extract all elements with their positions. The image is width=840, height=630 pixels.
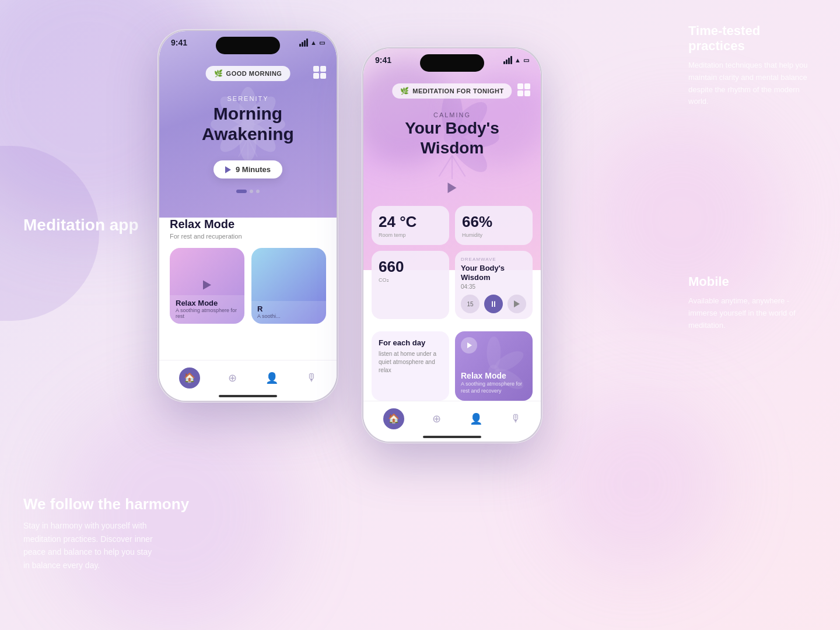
humidity-label: Humidity xyxy=(462,232,526,238)
practices-heading: Time-tested practices xyxy=(688,23,817,54)
dot-2 xyxy=(250,190,253,193)
home-icon-1: 🏠 xyxy=(179,368,200,388)
nav-user-2[interactable]: 👤 xyxy=(470,412,482,425)
pause-icon: ⏸ xyxy=(489,299,498,309)
mode-card-title-1: Relax Mode xyxy=(176,299,239,307)
rewind-icon: 15 xyxy=(467,301,473,307)
meditation-category-1: SERENITY xyxy=(159,95,337,102)
nav-mic-2[interactable]: 🎙 xyxy=(510,412,521,425)
mode-card-2[interactable]: R A soothi... xyxy=(251,248,326,324)
humidity-value: 66% xyxy=(462,213,526,231)
mode-card-bottom-2: R A soothi... xyxy=(251,301,326,324)
mode-card-bottom-1: Relax Mode A soothing atmosphere for res… xyxy=(170,295,244,324)
dot-1 xyxy=(236,190,247,193)
dynamic-island-1 xyxy=(216,37,280,54)
stat-card-temp: 24 °C Room temp xyxy=(372,206,449,245)
player-controls: 15 ⏸ xyxy=(461,295,527,313)
dot-3 xyxy=(256,190,260,193)
home-indicator-1 xyxy=(219,395,277,397)
nav-layers-1[interactable]: ⊕ xyxy=(228,372,237,384)
app-label: Meditation app xyxy=(23,216,139,235)
nav-home-1[interactable]: 🏠 xyxy=(179,368,200,388)
mode-card-sub-1: A soothing atmosphere for rest xyxy=(176,307,239,319)
pill-text-1: GOOD MORNING xyxy=(226,70,282,77)
everyday-card[interactable]: For each day listen at home under a quie… xyxy=(372,331,449,401)
mic-icon-2: 🎙 xyxy=(510,412,521,425)
mobile-heading: Mobile xyxy=(688,274,817,289)
forward-icon xyxy=(514,300,520,307)
battery-icon-2: ▭ xyxy=(523,57,529,64)
rewind-button[interactable]: 15 xyxy=(461,295,480,313)
phone-1: 9:41 ▲ ▭ 🌿 GOOD MORNING SERENITY xyxy=(158,29,338,402)
pill-header-1[interactable]: 🌿 GOOD MORNING xyxy=(206,66,290,81)
home-icon-2: 🏠 xyxy=(383,408,404,429)
user-icon-1: 👤 xyxy=(265,372,278,384)
stat-card-humidity: 66% Humidity xyxy=(455,206,533,245)
play-triangle-icon-1 xyxy=(225,166,231,173)
relax-flower-icon xyxy=(455,331,533,401)
everyday-text: listen at home under a quiet atmosphere … xyxy=(379,350,442,374)
layers-icon-2: ⊕ xyxy=(432,412,441,425)
battery-icon-1: ▭ xyxy=(319,39,325,47)
mode-card-relax[interactable]: Relax Mode A soothing atmosphere for res… xyxy=(170,248,244,324)
bg-blob-4 xyxy=(548,397,723,572)
everyday-title: For each day xyxy=(379,338,442,347)
co2-label: CO₂ xyxy=(379,277,442,283)
stats-grid: 24 °C Room temp 66% Humidity 660 CO xyxy=(372,206,533,319)
mode-card-title-2: R xyxy=(257,304,320,313)
pill-text-2: MEDITATION FOR TONIGHT xyxy=(412,88,503,94)
nav-layers-2[interactable]: ⊕ xyxy=(432,412,441,425)
phone-2: 9:41 ▲ ▭ 🌿 MEDITATION FOR TONIGHT CA xyxy=(362,47,542,443)
temp-label: Room temp xyxy=(379,232,442,238)
pill-leaf-icon-2: 🌿 xyxy=(400,87,409,95)
wifi-icon-2: ▲ xyxy=(514,57,521,64)
p2-title: Your Body'sWisdom xyxy=(375,118,529,158)
co2-value: 660 xyxy=(379,258,442,276)
right-top-text: Time-tested practices Meditation techniq… xyxy=(688,23,817,108)
mic-icon-1: 🎙 xyxy=(306,372,317,384)
player-time: 04:35 xyxy=(461,284,527,290)
stat-card-co2: 660 CO₂ xyxy=(372,251,449,319)
harmony-body: Stay in harmony with yourself with medit… xyxy=(23,519,158,572)
nav-mic-1[interactable]: 🎙 xyxy=(306,372,317,384)
forward-button[interactable] xyxy=(508,295,526,313)
grid-menu-icon-2[interactable] xyxy=(517,83,530,96)
mode-subtitle-1: For rest and recuperation xyxy=(170,233,326,240)
mode-cards-1: Relax Mode A soothing atmosphere for res… xyxy=(170,248,326,324)
pill-header-2[interactable]: 🌿 MEDITATION FOR TONIGHT xyxy=(392,83,512,99)
relax-card-2[interactable]: Relax Mode A soothing atmosphere for res… xyxy=(455,331,533,401)
signal-icon-1 xyxy=(299,38,308,47)
card-play-icon-1 xyxy=(203,280,211,289)
mobile-body: Available anytime, anywhere - immerse yo… xyxy=(688,295,817,331)
left-bottom-text: We follow the harmony Stay in harmony wi… xyxy=(23,495,189,572)
phone-1-screen: 9:41 ▲ ▭ 🌿 GOOD MORNING SERENITY xyxy=(159,31,337,401)
p2-bottom-section: For each day listen at home under a quie… xyxy=(372,331,533,401)
play-label-1: 9 Minutes xyxy=(236,165,271,174)
phones-container: 9:41 ▲ ▭ 🌿 GOOD MORNING SERENITY xyxy=(158,29,542,443)
status-icons-2: ▲ ▭ xyxy=(503,56,529,64)
layers-icon-1: ⊕ xyxy=(228,372,237,384)
practices-body: Meditation techniques that help you main… xyxy=(688,60,817,108)
nav-user-1[interactable]: 👤 xyxy=(265,372,278,384)
status-time-2: 9:41 xyxy=(375,55,391,65)
pause-button[interactable]: ⏸ xyxy=(484,295,503,313)
player-label: Dreamwave xyxy=(461,257,527,262)
meditation-title-1: MorningAwakening xyxy=(159,104,337,144)
phone-2-screen: 9:41 ▲ ▭ 🌿 MEDITATION FOR TONIGHT CA xyxy=(363,48,541,442)
wifi-icon-1: ▲ xyxy=(310,39,317,46)
svg-line-17 xyxy=(439,156,453,177)
temp-value: 24 °C xyxy=(379,213,442,231)
user-icon-2: 👤 xyxy=(470,412,482,425)
p2-category: CALMING xyxy=(363,111,541,118)
player-title: Your Body'sWisdom xyxy=(461,264,527,282)
player-card: Dreamwave Your Body'sWisdom 04:35 15 ⏸ xyxy=(455,251,533,319)
dynamic-island-2 xyxy=(420,54,484,72)
p2-play-icon[interactable] xyxy=(448,183,457,193)
play-button-1[interactable]: 9 Minutes xyxy=(214,160,282,178)
status-icons-1: ▲ ▭ xyxy=(299,38,325,47)
nav-home-2[interactable]: 🏠 xyxy=(383,408,404,429)
harmony-heading: We follow the harmony xyxy=(23,495,189,513)
mode-card-sub-2: A soothi... xyxy=(257,313,320,319)
grid-menu-icon-1[interactable] xyxy=(313,66,326,79)
right-bottom-text: Mobile Available anytime, anywhere - imm… xyxy=(688,274,817,331)
